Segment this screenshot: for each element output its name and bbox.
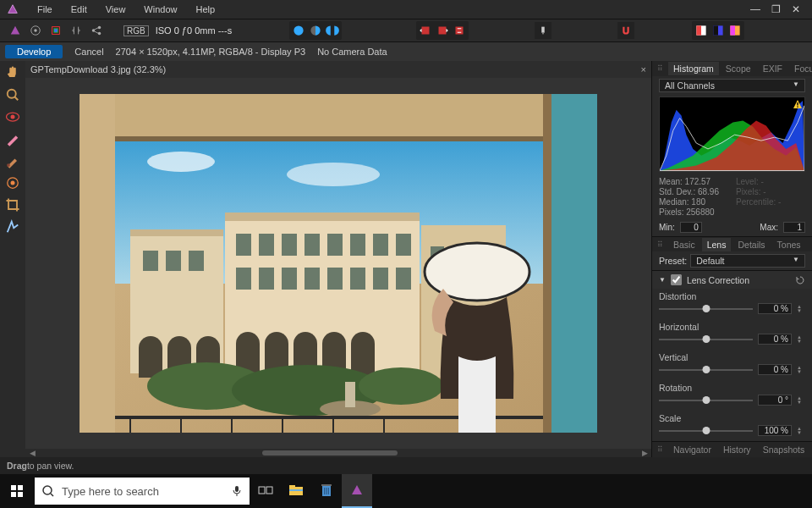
horizontal-scrollbar[interactable]: ◀ ▶ bbox=[25, 449, 651, 457]
scroll-left-icon[interactable]: ◀ bbox=[27, 449, 37, 457]
slider-track[interactable] bbox=[659, 369, 753, 371]
tab-lens[interactable]: Lens bbox=[702, 238, 732, 251]
flashlight-icon[interactable] bbox=[535, 22, 551, 39]
start-button[interactable] bbox=[0, 474, 34, 508]
tab-close-icon[interactable]: × bbox=[641, 64, 646, 75]
tab-focus[interactable]: Focus bbox=[789, 62, 812, 75]
tab-overlays[interactable]: Overlays bbox=[808, 238, 812, 251]
slider-thumb[interactable] bbox=[702, 427, 710, 434]
slider-track[interactable] bbox=[659, 400, 753, 401]
zoom-tool-icon[interactable] bbox=[4, 86, 21, 103]
svg-rect-85 bbox=[18, 492, 23, 497]
svg-rect-84 bbox=[11, 492, 16, 497]
lens-correction-header[interactable]: ▼ Lens Correction bbox=[652, 270, 812, 289]
maximize-button[interactable]: ❐ bbox=[766, 3, 785, 15]
min-field[interactable]: 0 bbox=[680, 222, 702, 233]
svg-rect-87 bbox=[235, 486, 239, 492]
app-icon[interactable] bbox=[7, 22, 24, 39]
target-icon[interactable] bbox=[27, 22, 44, 39]
slider-value[interactable]: 0 % bbox=[758, 364, 792, 375]
slider-value[interactable]: 0 % bbox=[758, 334, 792, 345]
slider-value[interactable]: 100 % bbox=[758, 425, 792, 436]
hand-tool-icon[interactable] bbox=[4, 64, 21, 81]
scrollbar-thumb[interactable] bbox=[262, 450, 398, 456]
slider-track[interactable] bbox=[659, 339, 753, 340]
tab-histogram[interactable]: Histogram bbox=[668, 62, 719, 75]
stepper-icon[interactable]: ▲▼ bbox=[797, 366, 805, 374]
menu-view[interactable]: View bbox=[97, 3, 134, 16]
taskbar-explorer[interactable] bbox=[281, 474, 311, 508]
slider-thumb[interactable] bbox=[702, 305, 710, 312]
slider-thumb[interactable] bbox=[702, 366, 710, 373]
share-icon[interactable] bbox=[88, 22, 105, 39]
canvas-viewport[interactable] bbox=[25, 78, 651, 449]
slider-value[interactable]: 0 ° bbox=[758, 395, 792, 406]
preset-select[interactable]: Default ▼ bbox=[690, 254, 805, 268]
blemish-tool-icon[interactable] bbox=[4, 130, 21, 147]
redeye-tool-icon[interactable] bbox=[4, 108, 21, 125]
rotate-cw-icon[interactable] bbox=[435, 23, 450, 38]
compare-group bbox=[289, 21, 342, 40]
tab-tones[interactable]: Tones bbox=[772, 238, 806, 251]
stepper-icon[interactable]: ▲▼ bbox=[797, 427, 805, 435]
mic-icon[interactable] bbox=[231, 485, 243, 497]
histogram-tabs: ⠿ Histogram Scope EXIF Focus ≡ bbox=[652, 61, 812, 76]
split-view-icon[interactable] bbox=[308, 23, 323, 38]
cancel-button[interactable]: Cancel bbox=[74, 47, 103, 57]
stepper-icon[interactable]: ▲▼ bbox=[797, 396, 805, 405]
single-view-icon[interactable] bbox=[291, 23, 306, 38]
stepper-icon[interactable]: ▲▼ bbox=[797, 335, 805, 344]
slider-thumb[interactable] bbox=[702, 335, 710, 343]
taskbar-recycle[interactable] bbox=[311, 474, 342, 508]
preset-value: Default bbox=[696, 256, 724, 266]
clip-highlight-icon[interactable] bbox=[694, 23, 709, 38]
flip-icon[interactable] bbox=[452, 23, 467, 38]
lens-correction-checkbox[interactable] bbox=[671, 274, 682, 285]
slider-track[interactable] bbox=[659, 430, 753, 432]
tab-scope[interactable]: Scope bbox=[721, 62, 756, 75]
panel-grip-icon[interactable]: ⠿ bbox=[657, 240, 663, 249]
stepper-icon[interactable]: ▲▼ bbox=[797, 305, 805, 313]
scroll-right-icon[interactable]: ▶ bbox=[639, 449, 650, 457]
whitebalance-tool-icon[interactable] bbox=[4, 218, 21, 235]
taskview-button[interactable] bbox=[250, 474, 281, 508]
minimize-button[interactable]: — bbox=[746, 3, 765, 15]
develop-button[interactable]: Develop bbox=[5, 45, 63, 58]
channel-select[interactable]: All Channels ▼ bbox=[659, 79, 805, 92]
tab-navigator[interactable]: Navigator bbox=[668, 443, 716, 456]
document-tab[interactable]: GPTempDownload 3.jpg (32.3%) × bbox=[25, 61, 651, 78]
menu-help[interactable]: Help bbox=[187, 3, 223, 16]
clipping-warning-icon[interactable] bbox=[793, 99, 803, 109]
tab-snapshots[interactable]: Snapshots bbox=[758, 443, 810, 456]
slider-value[interactable]: 0 % bbox=[758, 303, 792, 314]
mirror-icon[interactable] bbox=[68, 22, 85, 39]
slider-thumb[interactable] bbox=[702, 396, 710, 404]
clip-both-icon[interactable] bbox=[727, 23, 743, 38]
tab-exif[interactable]: EXIF bbox=[758, 62, 787, 75]
max-field[interactable]: 1 bbox=[783, 222, 805, 233]
magnet-icon[interactable] bbox=[617, 22, 634, 39]
close-button[interactable]: ✕ bbox=[787, 3, 805, 15]
cube-icon[interactable] bbox=[47, 22, 64, 39]
rotate-ccw-icon[interactable] bbox=[418, 23, 433, 38]
menu-window[interactable]: Window bbox=[135, 3, 185, 16]
menu-edit[interactable]: Edit bbox=[63, 3, 96, 16]
tab-history[interactable]: History bbox=[718, 443, 756, 456]
tab-basic[interactable]: Basic bbox=[668, 238, 700, 251]
menu-file[interactable]: File bbox=[29, 3, 61, 16]
panel-grip-icon[interactable]: ⠿ bbox=[657, 64, 663, 73]
taskbar-search[interactable]: Type here to search bbox=[35, 478, 250, 505]
collapse-icon[interactable]: ▼ bbox=[659, 276, 666, 284]
reset-icon[interactable] bbox=[795, 275, 805, 285]
crop-tool-icon[interactable] bbox=[4, 196, 21, 213]
gradient-tool-icon[interactable] bbox=[4, 174, 21, 191]
slider-track[interactable] bbox=[659, 308, 753, 310]
mirror-view-icon[interactable] bbox=[325, 23, 340, 38]
taskbar-affinity[interactable] bbox=[342, 474, 372, 508]
panel-grip-icon[interactable]: ⠿ bbox=[657, 445, 663, 454]
tab-details[interactable]: Details bbox=[732, 238, 770, 251]
svg-rect-47 bbox=[373, 234, 388, 256]
brush-tool-icon[interactable] bbox=[4, 152, 21, 169]
clip-shadow-icon[interactable] bbox=[710, 23, 726, 38]
chevron-down-icon: ▼ bbox=[793, 80, 799, 91]
